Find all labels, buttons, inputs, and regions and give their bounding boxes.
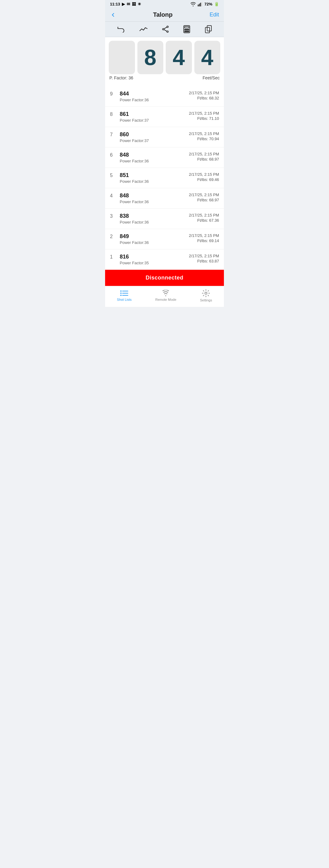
svg-rect-0 [198,5,199,6]
time-display: 11:13 [110,2,120,6]
shot-velocity: 849 [120,233,189,240]
shot-ftlbs: Ft/lbs: 68.97 [189,157,219,161]
share-icon[interactable] [162,26,169,33]
display-section: 8 4 4 P. Factor: 36 Feet/Sec [105,37,224,86]
shot-power-factor: Power Factor:36 [120,220,189,224]
status-left: 11:13 ▶ ✉ 🖼 ✳ [110,2,141,6]
shot-details: 860 Power Factor:37 [120,131,189,143]
shot-details: 838 Power Factor:36 [120,213,189,224]
shot-number: 7 [110,132,117,137]
svg-rect-13 [188,29,189,30]
page-title: Talonp [153,11,172,18]
shot-details: 816 Power Factor:35 [120,254,189,265]
shot-number: 5 [110,173,117,178]
nav-remote-mode-label: Remote Mode [155,298,176,301]
remote-mode-icon [162,290,170,297]
shot-ftlbs: Ft/lbs: 68.97 [189,198,219,202]
nav-shot-lists-label: Shot Lists [117,298,132,301]
svg-rect-12 [186,29,187,30]
shot-velocity: 851 [120,172,189,179]
shot-number: 4 [110,193,117,198]
shot-date: 2/17/25, 2:15 PM [189,233,219,238]
status-right: 72% 🔋 [190,2,219,6]
shot-velocity: 816 [120,254,189,260]
shot-velocity: 838 [120,213,189,219]
shot-ftlbs: Ft/lbs: 69.14 [189,239,219,243]
mail-icon: ✉ [127,2,130,6]
shot-item-2[interactable]: 2 849 Power Factor:36 2/17/25, 2:15 PM F… [105,229,224,249]
battery-display: 72% [204,2,212,6]
svg-rect-3 [201,2,202,6]
shot-date: 2/17/25, 2:15 PM [189,192,219,197]
calculator-icon[interactable] [183,25,190,33]
shot-number: 2 [110,234,117,239]
shot-velocity: 861 [120,111,189,117]
shot-meta: 2/17/25, 2:15 PM Ft/lbs: 67.36 [189,213,219,223]
shot-item-5[interactable]: 5 851 Power Factor:36 2/17/25, 2:15 PM F… [105,168,224,188]
copy-icon[interactable] [205,25,212,33]
edit-button[interactable]: Edit [210,11,219,18]
chart-icon[interactable] [139,26,148,33]
display-cards: 8 4 4 [109,41,220,74]
shot-number: 3 [110,214,117,219]
svg-point-24 [120,295,121,296]
shot-item-1[interactable]: 1 816 Power Factor:35 2/17/25, 2:15 PM F… [105,249,224,270]
undo-icon[interactable] [117,26,125,33]
svg-point-23 [120,292,121,294]
signal-strength-icon [198,2,202,6]
status-bar: 11:13 ▶ ✉ 🖼 ✳ 72% 🔋 [105,0,224,8]
digit-card-3: 4 [194,41,221,74]
signal-icon: ✳ [138,2,141,6]
nav-settings-label: Settings [200,298,212,302]
shot-meta: 2/17/25, 2:15 PM Ft/lbs: 68.97 [189,192,219,202]
svg-rect-2 [200,3,201,6]
settings-icon [202,289,210,297]
nav-settings[interactable]: Settings [200,289,212,302]
svg-rect-11 [185,29,186,30]
shot-ftlbs: Ft/lbs: 69.46 [189,177,219,182]
power-factor-label: P. Factor: 36 [109,75,133,80]
svg-rect-1 [199,4,200,6]
shot-item-8[interactable]: 8 861 Power Factor:37 2/17/25, 2:15 PM F… [105,107,224,127]
shot-power-factor: Power Factor:36 [120,98,189,102]
shot-ftlbs: Ft/lbs: 63.87 [189,259,219,264]
header: Talonp Edit [105,8,224,22]
shot-details: 844 Power Factor:36 [120,91,189,102]
svg-rect-16 [188,31,189,32]
toolbar [105,22,224,37]
shot-ftlbs: Ft/lbs: 67.36 [189,218,219,223]
nav-shot-lists[interactable]: Shot Lists [117,290,132,301]
shot-number: 6 [110,152,117,158]
shot-details: 848 Power Factor:36 [120,192,189,204]
shot-number: 1 [110,254,117,260]
shot-ftlbs: Ft/lbs: 68.32 [189,96,219,100]
svg-rect-14 [185,31,186,32]
shot-date: 2/17/25, 2:15 PM [189,111,219,116]
shot-date: 2/17/25, 2:15 PM [189,91,219,95]
shot-meta: 2/17/25, 2:15 PM Ft/lbs: 63.87 [189,254,219,264]
shot-power-factor: Power Factor:35 [120,261,189,265]
youtube-icon: ▶ [122,2,125,6]
display-labels: P. Factor: 36 Feet/Sec [109,74,220,83]
nav-remote-mode[interactable]: Remote Mode [155,290,176,301]
shot-date: 2/17/25, 2:15 PM [189,213,219,217]
shot-power-factor: Power Factor:37 [120,138,189,143]
shot-item-3[interactable]: 3 838 Power Factor:36 2/17/25, 2:15 PM F… [105,209,224,229]
disconnected-banner: Disconnected [105,270,224,286]
shot-meta: 2/17/25, 2:15 PM Ft/lbs: 71.10 [189,111,219,121]
unit-label: Feet/Sec [202,75,220,80]
shot-power-factor: Power Factor:36 [120,159,189,163]
back-button[interactable] [110,12,116,18]
shot-number: 8 [110,112,117,117]
shot-item-4[interactable]: 4 848 Power Factor:36 2/17/25, 2:15 PM F… [105,188,224,209]
shot-item-6[interactable]: 6 848 Power Factor:36 2/17/25, 2:15 PM F… [105,148,224,168]
shot-item-9[interactable]: 9 844 Power Factor:36 2/17/25, 2:15 PM F… [105,86,224,107]
shot-velocity: 860 [120,131,189,138]
digit-card-1: 8 [137,41,164,74]
shot-date: 2/17/25, 2:15 PM [189,172,219,177]
shot-item-7[interactable]: 7 860 Power Factor:37 2/17/25, 2:15 PM F… [105,127,224,148]
shot-power-factor: Power Factor:36 [120,199,189,204]
shot-details: 851 Power Factor:36 [120,172,189,184]
shot-details: 849 Power Factor:36 [120,233,189,245]
battery-icon: 🔋 [214,2,219,6]
